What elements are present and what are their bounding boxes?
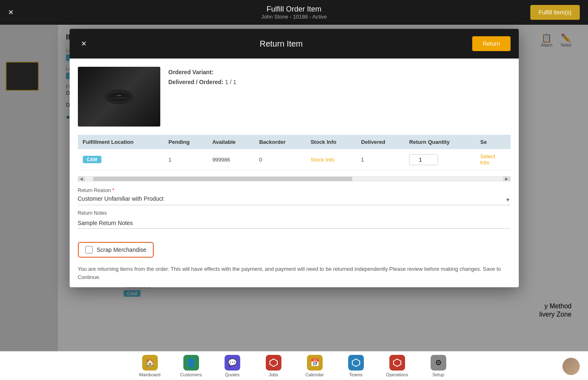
user-avatar[interactable]: [562, 358, 580, 375]
scroll-left-arrow[interactable]: ◀: [78, 176, 85, 181]
scrap-merchandise-label: Scrap Merchandise: [97, 246, 147, 253]
jobs-label: Jobs: [269, 372, 278, 377]
modal-title: Return Item: [90, 39, 473, 49]
product-section: Ordered Variant: Delivered / Ordered: 1 …: [70, 59, 519, 131]
cell-location: CAM: [78, 149, 164, 170]
modal-body[interactable]: Ordered Variant: Delivered / Ordered: 1 …: [70, 59, 519, 287]
col-backorder: Backorder: [254, 135, 306, 149]
cell-select[interactable]: SelectKits: [476, 149, 511, 170]
col-fulfillment-location: Fulfillment Location: [78, 135, 164, 149]
return-item-modal: × Return Item Return: [70, 29, 519, 287]
jobs-icon: [266, 355, 281, 371]
warning-text: You are returning items from the order. …: [78, 265, 511, 281]
return-reason-select[interactable]: Customer Unfamiliar with Product Defecti…: [78, 195, 511, 202]
nav-item-jobs[interactable]: Jobs: [253, 352, 294, 380]
ordered-variant-label: Ordered Variant:: [169, 69, 237, 75]
nav-item-customers[interactable]: 👤 Customers: [171, 352, 212, 380]
scrap-merchandise-section: Scrap Merchandise: [70, 240, 519, 262]
table-header-row: Fulfillment Location Pending Available B…: [78, 135, 511, 149]
col-select: Se: [476, 135, 511, 149]
operations-icon: [389, 355, 405, 371]
mainboard-label: Mainboard: [139, 372, 161, 377]
scrap-merchandise-wrapper[interactable]: Scrap Merchandise: [78, 242, 154, 258]
svg-point-1: [108, 92, 131, 102]
svg-marker-6: [394, 359, 401, 366]
calendar-icon: 📅: [307, 355, 323, 371]
cell-available: 999986: [207, 149, 254, 170]
page-title: Fulfill Order Item: [261, 5, 327, 14]
svg-marker-5: [352, 359, 360, 366]
product-image: [78, 67, 160, 127]
customers-label: Customers: [180, 372, 202, 377]
col-return-quantity: Return Quantity: [404, 135, 476, 149]
cell-pending: 1: [164, 149, 207, 170]
nav-item-mainboard[interactable]: 🏠 Mainboard: [129, 352, 171, 380]
delivered-ordered-value: 1 / 1: [225, 79, 236, 85]
nav-item-operations[interactable]: Operations: [377, 352, 418, 380]
modal-close-button[interactable]: ×: [78, 38, 90, 49]
product-info: Ordered Variant: Delivered / Ordered: 1 …: [169, 67, 237, 89]
product-svg: [103, 87, 136, 107]
customers-icon: 👤: [183, 355, 199, 371]
svg-marker-4: [270, 359, 277, 366]
fulfillment-table: Fulfillment Location Pending Available B…: [78, 135, 511, 170]
quotes-icon: 💬: [225, 355, 240, 371]
avatar-image: [562, 358, 580, 375]
nav-item-setup[interactable]: ⚙ Setup: [418, 352, 459, 380]
scroll-thumb[interactable]: [93, 177, 352, 181]
stock-info-link[interactable]: Stock Info: [311, 157, 335, 163]
page-subtitle: John Stone - 10186 - Active: [261, 14, 327, 20]
col-stock-info: Stock Info: [306, 135, 356, 149]
nav-item-calendar[interactable]: 📅 Calendar: [294, 352, 335, 380]
top-bar: × Fulfill Order Item John Stone - 10186 …: [0, 0, 588, 25]
table-row: CAM 1 999986 0 Stock Info 1: [78, 149, 511, 170]
required-asterisk: *: [112, 188, 115, 193]
table-header: Fulfillment Location Pending Available B…: [78, 135, 511, 149]
scroll-right-arrow[interactable]: ▶: [504, 176, 510, 181]
return-reason-label: Return Reason *: [78, 188, 511, 193]
return-quantity-input[interactable]: [409, 154, 438, 165]
nav-item-teams[interactable]: Teams: [335, 352, 377, 380]
product-image-inner: [78, 67, 160, 127]
cam-location-badge: CAM: [83, 156, 101, 163]
quotes-label: Quotes: [225, 372, 239, 377]
fulfill-items-button[interactable]: Fulfill Item(s): [530, 5, 580, 20]
operations-label: Operations: [386, 372, 408, 377]
nav-item-quotes[interactable]: 💬 Quotes: [212, 352, 253, 380]
table-section: Fulfillment Location Pending Available B…: [70, 131, 519, 174]
col-available: Available: [207, 135, 254, 149]
table-body: CAM 1 999986 0 Stock Info 1: [78, 149, 511, 170]
mainboard-icon: 🏠: [142, 355, 158, 371]
col-delivered: Delivered: [356, 135, 404, 149]
col-pending: Pending: [164, 135, 207, 149]
return-notes-label: Return Notes: [78, 210, 511, 216]
return-reason-field: Return Reason * Customer Unfamiliar with…: [78, 188, 511, 205]
top-bar-title: Fulfill Order Item John Stone - 10186 - …: [261, 5, 327, 20]
cell-stock-info[interactable]: Stock Info: [306, 149, 356, 170]
cell-return-qty[interactable]: [404, 149, 476, 170]
horizontal-scrollbar[interactable]: ◀ ▶: [70, 176, 519, 181]
return-notes-input[interactable]: [78, 218, 511, 229]
setup-icon: ⚙: [431, 355, 446, 371]
modal-overlay: × Return Item Return: [0, 25, 588, 351]
scroll-track[interactable]: ◀ ▶: [78, 176, 511, 181]
cell-backorder: 0: [254, 149, 306, 170]
teams-label: Teams: [349, 372, 362, 377]
scrap-merchandise-checkbox[interactable]: [85, 246, 93, 253]
return-button[interactable]: Return: [472, 36, 510, 51]
setup-label: Setup: [432, 372, 444, 377]
teams-icon: [348, 355, 364, 371]
return-notes-field: Return Notes: [78, 210, 511, 229]
close-top-button[interactable]: ×: [8, 7, 14, 18]
bottom-nav: 🏠 Mainboard 👤 Customers 💬 Quotes Jobs 📅 …: [0, 351, 588, 380]
return-reason-select-wrapper[interactable]: Customer Unfamiliar with Product Defecti…: [78, 195, 511, 205]
warning-section: You are returning items from the order. …: [70, 262, 519, 287]
form-section: Return Reason * Customer Unfamiliar with…: [70, 183, 519, 240]
modal-header: × Return Item Return: [70, 29, 519, 59]
cell-delivered: 1: [356, 149, 404, 170]
delivered-ordered-info: Delivered / Ordered: 1 / 1: [169, 79, 237, 85]
select-kits-link[interactable]: SelectKits: [480, 153, 495, 166]
calendar-label: Calendar: [305, 372, 324, 377]
